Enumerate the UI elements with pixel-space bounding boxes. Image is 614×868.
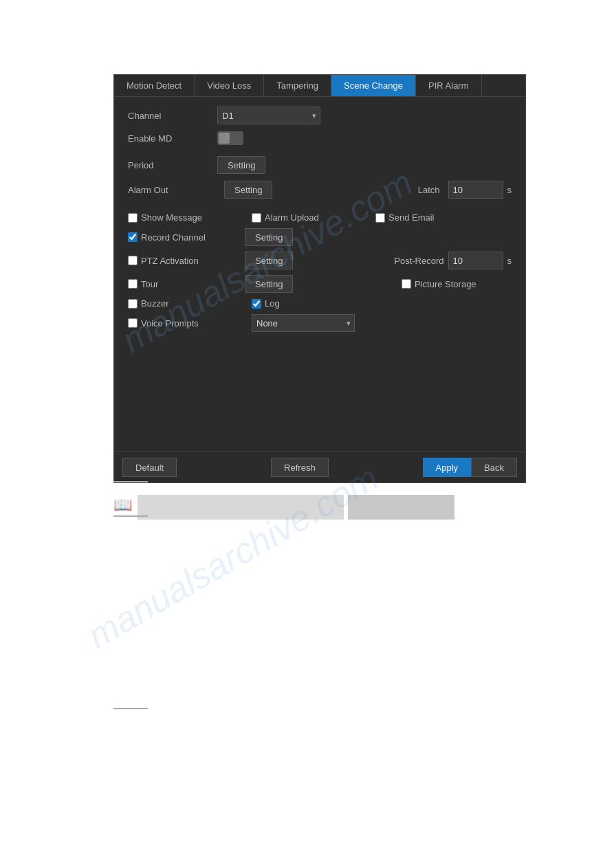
send-email-label: Send Email: [388, 212, 434, 223]
ptz-activation-checkbox[interactable]: [128, 256, 138, 265]
tab-tampering[interactable]: Tampering: [264, 75, 331, 96]
row-voice-prompts: Voice Prompts None: [128, 314, 512, 332]
log-item: Log: [252, 298, 362, 309]
tab-pir-alarm[interactable]: PIR Alarm: [416, 75, 482, 96]
buzzer-checkbox[interactable]: [128, 299, 138, 309]
record-channel-setting-btn[interactable]: Setting: [245, 228, 293, 246]
alarm-upload-label: Alarm Upload: [265, 212, 319, 223]
post-record-group: Post-Record s: [394, 252, 512, 269]
period-row: Period Setting: [128, 156, 512, 174]
voice-prompts-checkbox[interactable]: [128, 318, 138, 328]
record-channel-checkbox[interactable]: [128, 232, 138, 242]
show-message-checkbox[interactable]: [128, 213, 138, 223]
post-record-unit: s: [507, 256, 512, 266]
channel-select-wrapper: D1 D2 D3 D4: [217, 107, 320, 124]
log-label: Log: [265, 298, 280, 309]
alarm-upload-item: Alarm Upload: [252, 212, 362, 223]
note-icon: 📖: [113, 496, 132, 514]
show-message-item: Show Message: [128, 212, 238, 223]
period-label: Period: [128, 160, 217, 170]
tour-setting-btn[interactable]: Setting: [245, 275, 293, 293]
watermark-bottom: manualsarchive.com: [80, 457, 385, 656]
picture-storage-item: Picture Storage: [402, 279, 512, 289]
note-box-left: [138, 495, 344, 520]
post-record-label: Post-Record: [394, 256, 443, 266]
divider-line-1: [113, 481, 148, 482]
tour-checkbox[interactable]: [128, 279, 138, 289]
tab-motion-detect[interactable]: Motion Detect: [114, 75, 195, 96]
tour-label: Tour: [141, 279, 158, 289]
show-message-label: Show Message: [141, 212, 202, 223]
latch-unit: s: [507, 185, 512, 195]
default-button[interactable]: Default: [122, 458, 177, 477]
back-button[interactable]: Back: [471, 458, 517, 477]
row-buzzer: Buzzer Log: [128, 298, 512, 309]
row-ptz-activation: PTZ Activation Setting Post-Record s: [128, 252, 512, 269]
buzzer-item: Buzzer: [128, 298, 238, 309]
ptz-activation-label: PTZ Activation: [141, 256, 199, 266]
alarm-out-setting-btn[interactable]: Setting: [224, 181, 272, 199]
dialog-panel: Motion Detect Video Loss Tampering Scene…: [113, 74, 526, 483]
ptz-setting-btn[interactable]: Setting: [245, 252, 293, 269]
apply-button[interactable]: Apply: [423, 458, 472, 477]
note-boxes: [138, 495, 454, 520]
row-record-channel: Record Channel Setting: [128, 228, 512, 246]
record-channel-label: Record Channel: [141, 232, 206, 243]
tab-scene-change[interactable]: Scene Change: [331, 75, 416, 96]
row-tour: Tour Setting Picture Storage: [128, 275, 512, 293]
alarm-upload-checkbox[interactable]: [252, 213, 261, 223]
voice-prompts-label: Voice Prompts: [141, 318, 199, 329]
divider-line-2: [113, 515, 148, 517]
picture-storage-label: Picture Storage: [415, 279, 476, 289]
send-email-checkbox[interactable]: [375, 213, 385, 223]
latch-group: Latch s: [418, 181, 512, 199]
footer-right-buttons: Apply Back: [423, 458, 517, 477]
tab-video-loss[interactable]: Video Loss: [195, 75, 264, 96]
record-channel-item: Record Channel: [128, 232, 238, 243]
enable-md-row: Enable MD: [128, 131, 512, 145]
buzzer-label: Buzzer: [141, 298, 168, 309]
divider-line-3: [113, 708, 148, 709]
voice-prompts-item: Voice Prompts: [128, 318, 238, 329]
post-record-input[interactable]: [448, 252, 503, 269]
period-setting-btn[interactable]: Setting: [217, 156, 265, 174]
latch-label: Latch: [418, 185, 440, 195]
send-email-item: Send Email: [375, 212, 485, 223]
tour-item: Tour: [128, 279, 238, 289]
refresh-button[interactable]: Refresh: [271, 458, 329, 477]
picture-storage-checkbox[interactable]: [402, 279, 411, 289]
channel-label: Channel: [128, 111, 217, 121]
voice-prompts-select[interactable]: None: [252, 314, 355, 332]
channel-select[interactable]: D1 D2 D3 D4: [217, 107, 320, 124]
alarm-out-row: Alarm Out Setting Latch s: [128, 181, 512, 199]
enable-md-toggle[interactable]: [217, 131, 243, 145]
voice-prompts-select-wrapper: None: [252, 314, 355, 332]
log-checkbox[interactable]: [252, 299, 261, 309]
checkbox-section: Show Message Alarm Upload Send Email Rec…: [114, 212, 525, 452]
latch-input[interactable]: [448, 181, 503, 199]
channel-row: Channel D1 D2 D3 D4: [128, 107, 512, 124]
note-box-right: [348, 495, 454, 520]
note-section: 📖: [113, 495, 454, 520]
alarm-out-label: Alarm Out: [128, 185, 217, 195]
dialog-content: Channel D1 D2 D3 D4 Enable MD Perio: [114, 97, 525, 212]
dialog-footer: Default Refresh Apply Back: [114, 452, 525, 482]
row-show-message: Show Message Alarm Upload Send Email: [128, 212, 512, 223]
tab-bar: Motion Detect Video Loss Tampering Scene…: [114, 75, 525, 97]
ptz-activation-item: PTZ Activation: [128, 256, 238, 266]
enable-md-label: Enable MD: [128, 133, 217, 144]
